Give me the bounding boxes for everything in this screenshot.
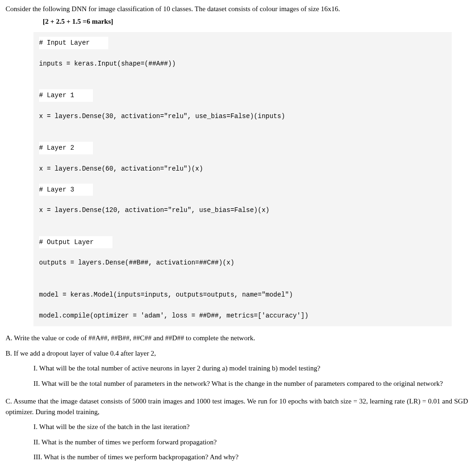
question-c: C. Assume that the image dataset consist… <box>6 396 468 417</box>
question-c-iii: III. What is the number of times we perf… <box>33 452 469 463</box>
code-layer1: x = layers.Dense(30, activation="relu", … <box>39 110 446 123</box>
marks-text: [2 + 2.5 + 1.5 =6 marks] <box>43 18 113 25</box>
question-b: B. If we add a dropout layer of value 0.… <box>6 348 469 359</box>
code-comment-input: # Input Layer <box>39 37 108 49</box>
code-comment-layer3: # Layer 3 <box>39 184 93 196</box>
code-input-layer: inputs = keras.Input(shape=(##A##)) <box>39 58 446 70</box>
marks-line: [2 + 2.5 + 1.5 =6 marks] <box>6 16 469 27</box>
question-a: A. Write the value or code of ##A##, ##B… <box>6 333 469 344</box>
code-compile: model.compile(optimizer = 'adam', loss =… <box>39 310 446 322</box>
question-b-i: I. What will be the total number of acti… <box>33 363 469 374</box>
question-c-ii: II. What is the number of times we perfo… <box>33 437 469 448</box>
code-layer3: x = layers.Dense(120, activation="relu",… <box>39 204 446 217</box>
code-model: model = keras.Model(inputs=inputs, outpu… <box>39 289 446 301</box>
code-comment-output: # Output Layer <box>39 236 112 249</box>
code-block: # Input Layer inputs = keras.Input(shape… <box>33 32 452 326</box>
question-b-ii: II. What will be the total number of par… <box>33 378 452 389</box>
code-comment-layer2: # Layer 2 <box>39 142 93 154</box>
code-output-layer: outputs = layers.Dense(##B##, activation… <box>39 257 446 269</box>
code-comment-layer1: # Layer 1 <box>39 89 93 102</box>
code-layer2: x = layers.Dense(60, activation="relu")(… <box>39 163 446 175</box>
question-intro: Consider the following DNN for image cla… <box>6 4 469 14</box>
question-c-i: I. What will be the size of the batch in… <box>33 422 469 432</box>
